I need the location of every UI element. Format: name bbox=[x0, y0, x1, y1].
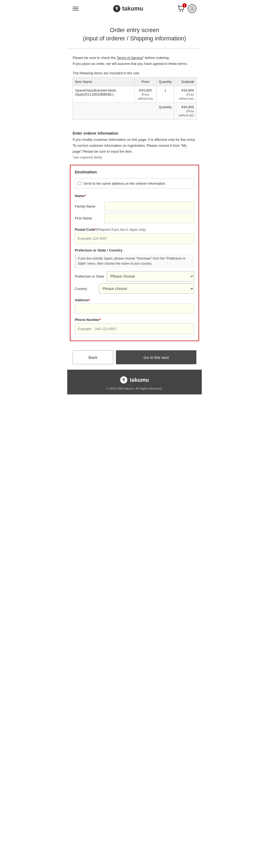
menu-button[interactable] bbox=[73, 7, 78, 10]
svg-point-7 bbox=[123, 378, 124, 379]
orderer-info-line2: To correct customer information on regis… bbox=[73, 143, 196, 155]
destination-title: Destination bbox=[75, 169, 194, 174]
header-logo[interactable]: takumu bbox=[113, 5, 143, 12]
table-row: SpaceGlassBracelet-black Opal(201116032B… bbox=[73, 86, 196, 102]
postal-required-note: (Required if you live in Japan only) bbox=[96, 228, 146, 231]
footer-logo-icon bbox=[120, 376, 128, 384]
postal-code-section: Postal Code*(Required if you live in Jap… bbox=[75, 227, 194, 244]
phone-input[interactable] bbox=[75, 323, 194, 334]
intro-section: Please be sure to check the Terms of Ser… bbox=[67, 49, 202, 71]
family-name-input[interactable] bbox=[104, 202, 194, 211]
svg-point-1 bbox=[116, 7, 117, 8]
col-header-quantity: Quantity bbox=[157, 77, 174, 86]
footer-logo-text: takumu bbox=[130, 377, 149, 383]
footer-logo: takumu bbox=[73, 376, 196, 384]
prefecture-section: Prefecture or State / Country If you liv… bbox=[75, 248, 194, 294]
address-input[interactable] bbox=[75, 304, 194, 313]
country-label: Country bbox=[75, 287, 96, 291]
name-label: Name* bbox=[75, 194, 194, 199]
prefecture-note: If you live outside Japan, please choose… bbox=[75, 254, 194, 269]
prefecture-state-label: Prefecture or State / Country bbox=[75, 248, 194, 252]
intro-line1-before: Please be sure to check the bbox=[73, 56, 117, 60]
country-select[interactable]: Please choose bbox=[99, 283, 194, 294]
intro-line2: If you place an order, we will assume th… bbox=[73, 61, 196, 67]
required-note: *are required fields. bbox=[73, 155, 196, 160]
total-label: Quantity bbox=[73, 102, 174, 119]
country-row: Country Please choose bbox=[75, 283, 194, 294]
orderer-info-title: Enter orderer information bbox=[73, 130, 196, 137]
svg-point-0 bbox=[113, 5, 120, 12]
svg-point-2 bbox=[180, 10, 181, 11]
cart-notice: The following items are included in the … bbox=[73, 71, 196, 75]
orderer-info-line1: If you modify customer information on th… bbox=[73, 137, 196, 143]
svg-text:$: $ bbox=[191, 7, 193, 10]
same-address-row[interactable]: Send to the same address as the orderer … bbox=[75, 179, 194, 188]
total-amount: ¥34,800 (Price without tax) bbox=[174, 102, 196, 119]
cart-section: The following items are included in the … bbox=[67, 71, 202, 125]
total-row: Quantity ¥34,800 (Price without tax) bbox=[73, 102, 196, 119]
name-required-star: * bbox=[84, 194, 86, 198]
first-name-row: First Name bbox=[75, 214, 194, 223]
cart-button[interactable]: 1 bbox=[177, 5, 185, 12]
phone-section: Phone Number* bbox=[75, 318, 194, 334]
address-required-star: * bbox=[89, 298, 90, 302]
svg-point-3 bbox=[182, 10, 183, 11]
back-button[interactable]: Back bbox=[73, 350, 113, 364]
postal-code-label: Postal Code*(Required if you live in Jap… bbox=[75, 227, 194, 231]
address-label: Address* bbox=[75, 298, 194, 302]
prefecture-label: Prefecture or State bbox=[75, 274, 104, 278]
prefecture-row: Prefecture or State Please choose bbox=[75, 271, 194, 281]
page-title-section: Order entry screen (input of orderer / S… bbox=[67, 18, 202, 49]
footer-copyright: © 2018-2020 takumu. All Rights Reserved. bbox=[73, 387, 196, 390]
phone-label: Phone Number* bbox=[75, 318, 194, 322]
header: takumu 1 $ bbox=[67, 0, 202, 18]
phone-required-star: * bbox=[100, 318, 101, 322]
page-title: Order entry screen (input of orderer / S… bbox=[73, 26, 196, 43]
logo-icon bbox=[113, 5, 121, 12]
svg-point-6 bbox=[121, 377, 127, 383]
name-field-group: Name* Family Name First Name bbox=[75, 194, 194, 223]
footer: takumu © 2018-2020 takumu. All Rights Re… bbox=[67, 370, 202, 395]
terms-of-service-link[interactable]: Terms of Service bbox=[117, 56, 143, 60]
cart-table: Item Name Price Quantity Subtotal SpaceG… bbox=[73, 77, 196, 120]
dollar-icon: $ bbox=[190, 6, 195, 11]
header-actions: 1 $ bbox=[177, 4, 196, 13]
item-quantity: 1 bbox=[157, 86, 174, 102]
same-address-checkbox[interactable] bbox=[78, 182, 81, 185]
item-subtotal: ¥34,800 (Price without tax) bbox=[174, 86, 196, 102]
item-name: SpaceGlassBracelet-black Opal(201116032B… bbox=[73, 86, 135, 102]
orderer-info-section: Enter orderer information If you modify … bbox=[67, 125, 202, 165]
intro-line1-after: " before ordering. bbox=[143, 56, 170, 60]
user-account-icon[interactable]: $ bbox=[188, 4, 196, 13]
postal-code-input[interactable] bbox=[75, 233, 194, 244]
item-price: ¥34,800 (Price without tax) bbox=[134, 86, 156, 102]
next-button[interactable]: Go to the next bbox=[116, 350, 196, 364]
logo-text: takumu bbox=[122, 5, 143, 12]
cart-badge: 1 bbox=[182, 3, 187, 7]
same-address-label: Send to the same address as the orderer … bbox=[83, 182, 165, 186]
family-name-row: Family Name bbox=[75, 202, 194, 211]
first-name-label: First Name bbox=[75, 216, 102, 220]
first-name-input[interactable] bbox=[104, 214, 194, 223]
col-header-subtotal: Subtotal bbox=[174, 77, 196, 86]
address-section: Address* bbox=[75, 298, 194, 313]
family-name-label: Family Name bbox=[75, 204, 102, 208]
col-header-price: Price bbox=[134, 77, 156, 86]
destination-form: Destination Send to the same address as … bbox=[70, 165, 199, 341]
bottom-buttons: Back Go to the next bbox=[67, 348, 202, 370]
col-header-name: Item Name bbox=[73, 77, 135, 86]
prefecture-select[interactable]: Please choose bbox=[107, 271, 194, 281]
